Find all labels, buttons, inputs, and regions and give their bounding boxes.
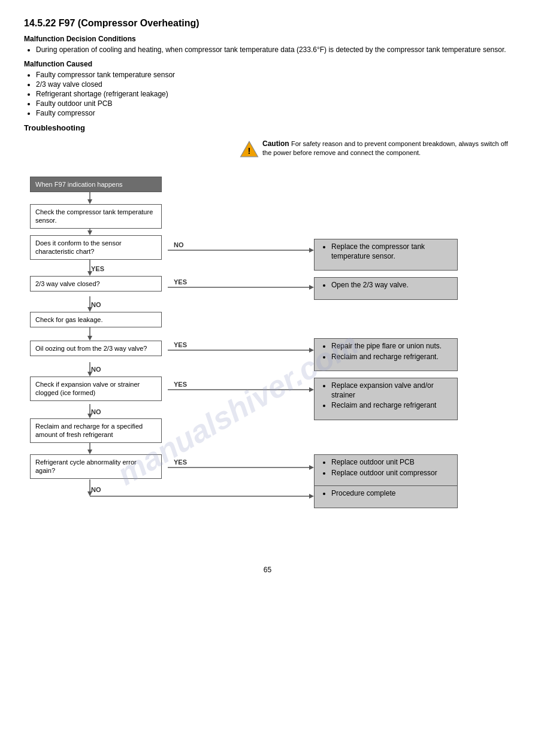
caution-triangle-icon: !: [240, 139, 259, 159]
svg-text:YES: YES: [174, 341, 187, 348]
outcome-pipe-item-2: Reclaim and recharge refrigerant.: [331, 353, 452, 362]
outcome-pipe-node: Repair the pipe flare or union nuts. Rec…: [314, 338, 458, 371]
malfunction-caused-item-5: Faulty compressor: [36, 109, 511, 117]
outcome-pcb-node: Replace outdoor unit PCB Replace outdoor…: [314, 454, 458, 487]
check-expansion-node: Check if expansion valve or strainer clo…: [30, 377, 162, 401]
svg-text:NO: NO: [91, 486, 101, 493]
svg-marker-31: [309, 494, 314, 499]
outcome-expansion-item-2: Reclaim and recharge refrigerant: [331, 401, 452, 411]
reclaim-recharge-box: Reclaim and recharge for a specified amo…: [30, 418, 162, 443]
troubleshooting-title: Troubleshooting: [24, 123, 511, 132]
svg-text:NO: NO: [91, 301, 101, 308]
page-number: 65: [24, 566, 511, 574]
outcome-pcb-box: Replace outdoor unit PCB Replace outdoor…: [314, 454, 458, 487]
abnormality-node: Refrigerant cycle abnormality error agai…: [30, 454, 162, 479]
check-sensor-box: Check the compressor tank temperature se…: [30, 204, 162, 229]
abnormality-box: Refrigerant cycle abnormality error agai…: [30, 454, 162, 479]
caution-label: Caution: [262, 139, 289, 148]
svg-marker-17: [309, 348, 314, 353]
outcome-pcb-item-1: Replace outdoor unit PCB: [331, 458, 452, 467]
check-expansion-box: Check if expansion valve or strainer clo…: [30, 377, 162, 401]
svg-marker-27: [309, 465, 314, 470]
check-sensor-node: Check the compressor tank temperature se…: [30, 204, 162, 229]
outcome-pcb-item-2: Replace outdoor unit compressor: [331, 469, 452, 478]
svg-marker-9: [309, 248, 314, 253]
valve-closed-box: 2/3 way valve closed?: [30, 276, 162, 292]
svg-text:YES: YES: [174, 459, 187, 466]
svg-text:YES: YES: [174, 278, 187, 286]
malfunction-caused-item-2: 2/3 way valve closed: [36, 80, 511, 89]
outcome-valve-node: Open the 2/3 way valve.: [314, 277, 458, 300]
svg-text:NO: NO: [91, 408, 101, 415]
outcome-sensor-node: Replace the compressor tank temperature …: [314, 239, 458, 271]
malfunction-caused-item-3: Refrigerant shortage (refrigerant leakag…: [36, 90, 511, 98]
svg-marker-11: [309, 285, 314, 290]
svg-marker-13: [87, 307, 92, 312]
outcome-expansion-item-1: Replace expansion valve and/or strainer: [331, 381, 452, 400]
svg-text:!: !: [248, 146, 251, 156]
start-box: When F97 indication happens: [30, 177, 162, 192]
check-gas-node: Check for gas leakage.: [30, 312, 162, 327]
svg-text:YES: YES: [91, 265, 104, 272]
conform-chart-box: Does it conform to the sensor characteri…: [30, 235, 162, 260]
svg-text:NO: NO: [91, 366, 101, 373]
oil-oozing-node: Oil oozing out from the 2/3 way valve?: [30, 341, 162, 356]
malfunction-caused-list: Faulty compressor tank temperature senso…: [36, 71, 511, 117]
malfunction-decision-section: Malfunction Decision Conditions During o…: [24, 35, 511, 54]
outcome-sensor-text: Replace the compressor tank temperature …: [331, 242, 452, 261]
svg-text:NO: NO: [174, 241, 184, 248]
outcome-sensor-box: Replace the compressor tank temperature …: [314, 239, 458, 271]
oil-oozing-box: Oil oozing out from the 2/3 way valve?: [30, 341, 162, 356]
svg-marker-23: [87, 414, 92, 418]
flowchart-container: NO YES YES NO YES NO YES NO YES NO When …: [24, 171, 515, 530]
conform-chart-node: Does it conform to the sensor characteri…: [30, 235, 162, 260]
malfunction-caused-item-4: Faulty outdoor unit PCB: [36, 99, 511, 108]
caution-text: For safety reason and to prevent compone…: [262, 140, 508, 156]
svg-marker-15: [87, 336, 92, 341]
outcome-complete-box: Procedure complete: [314, 485, 458, 508]
start-node: When F97 indication happens: [30, 177, 162, 192]
malfunction-decision-item-1: During operation of cooling and heating,…: [36, 45, 511, 54]
outcome-valve-text: Open the 2/3 way valve.: [331, 281, 452, 290]
svg-text:YES: YES: [174, 381, 187, 388]
malfunction-caused-section: Malfunction Caused Faulty compressor tan…: [24, 60, 511, 117]
malfunction-caused-item-1: Faulty compressor tank temperature senso…: [36, 71, 511, 79]
svg-marker-19: [87, 372, 92, 377]
outcome-complete-node: Procedure complete: [314, 485, 458, 508]
page-title: 14.5.22 F97 (Compressor Overheating): [24, 18, 511, 29]
malfunction-caused-title: Malfunction Caused: [24, 60, 511, 68]
svg-marker-3: [87, 199, 92, 204]
valve-closed-node: 2/3 way valve closed?: [30, 276, 162, 292]
outcome-valve-box: Open the 2/3 way valve.: [314, 277, 458, 300]
malfunction-decision-list: During operation of cooling and heating,…: [36, 45, 511, 54]
svg-marker-25: [87, 450, 92, 454]
outcome-pipe-box: Repair the pipe flare or union nuts. Rec…: [314, 338, 458, 371]
malfunction-decision-title: Malfunction Decision Conditions: [24, 35, 511, 43]
svg-marker-7: [87, 271, 92, 276]
svg-marker-29: [87, 491, 92, 496]
check-gas-box: Check for gas leakage.: [30, 312, 162, 327]
svg-marker-21: [309, 387, 314, 392]
svg-marker-5: [87, 230, 92, 235]
outcome-complete-text: Procedure complete: [331, 489, 452, 499]
outcome-expansion-box: Replace expansion valve and/or strainer …: [314, 378, 458, 420]
outcome-expansion-node: Replace expansion valve and/or strainer …: [314, 378, 458, 420]
outcome-pipe-item-1: Repair the pipe flare or union nuts.: [331, 342, 452, 351]
reclaim-recharge-node: Reclaim and recharge for a specified amo…: [30, 418, 162, 443]
